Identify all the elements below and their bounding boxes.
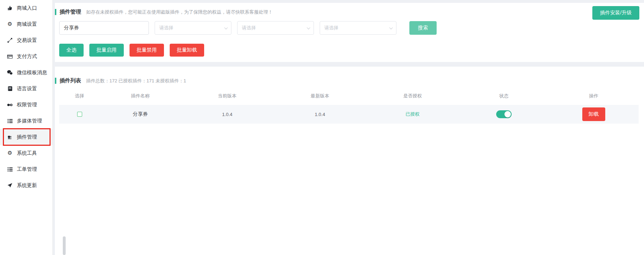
sidebar-item-payment-methods[interactable]: 支付方式 xyxy=(0,48,52,64)
chevron-down-icon xyxy=(389,26,393,29)
sidebar-item-label: 微信模板消息 xyxy=(17,69,47,76)
list-icon xyxy=(7,119,13,124)
plugin-list-panel: 插件列表 插件总数：172 已授权插件：171 未授权插件：1 选择 插件名称 … xyxy=(55,67,644,255)
select-placeholder: 请选择 xyxy=(159,25,173,31)
paper-plane-icon xyxy=(7,183,13,188)
section-divider xyxy=(55,62,644,67)
sidebar-item-label: 交易设置 xyxy=(17,37,37,44)
sidebar: 商城入口 ⚙ 商城设置 交易设置 支付方式 微信模板消息 xyxy=(0,0,53,255)
column-header-authorized: 是否授权 xyxy=(366,93,459,99)
filter-row: 请选择 请选择 请选择 搜索 xyxy=(59,21,644,35)
column-header-latest-version: 最新版本 xyxy=(274,93,366,99)
chevron-down-icon xyxy=(224,26,228,29)
thumbs-up-icon xyxy=(7,6,13,11)
sidebar-item-mall-entry[interactable]: 商城入口 xyxy=(0,0,52,16)
sidebar-item-plugin-manage[interactable]: 插件管理 xyxy=(0,129,52,145)
gear-icon: ⚙ xyxy=(7,22,13,27)
sidebar-item-label: 工单管理 xyxy=(17,166,37,173)
chevron-down-icon xyxy=(307,26,310,29)
uninstall-button[interactable]: 卸载 xyxy=(582,107,605,121)
toggle-knob xyxy=(504,111,511,117)
current-version: 1.0.4 xyxy=(181,112,273,117)
sidebar-item-language-settings[interactable]: 语言设置 xyxy=(0,81,52,97)
plugin-name: 分享券 xyxy=(100,111,181,117)
plugin-manage-header: 插件管理 如存在未授权插件，您可能正在使用盗版插件，为了保障您的权益，请尽快联系… xyxy=(55,3,644,15)
book-icon xyxy=(7,86,13,91)
bulk-enable-button[interactable]: 批量启用 xyxy=(89,44,124,57)
filter-select-2[interactable]: 请选择 xyxy=(237,21,314,35)
plugin-keyword-input[interactable] xyxy=(59,21,149,35)
plugin-table: 选择 插件名称 当前版本 最新版本 是否授权 状态 操作 分享券 1.0.4 1… xyxy=(59,87,639,124)
sidebar-item-label: 语言设置 xyxy=(17,86,37,92)
search-button[interactable]: 搜索 xyxy=(409,21,437,35)
sidebar-item-label: 支付方式 xyxy=(17,53,37,60)
accent-bar xyxy=(55,9,56,15)
sidebar-item-label: 商城入口 xyxy=(17,5,37,11)
unauthorized-warning-text: 如存在未授权插件，您可能正在使用盗版插件，为了保障您的权益，请尽快联系客服处理！ xyxy=(86,9,273,15)
filter-select-1[interactable]: 请选择 xyxy=(155,21,231,35)
select-all-button[interactable]: 全选 xyxy=(59,44,84,57)
sidebar-item-mall-settings[interactable]: ⚙ 商城设置 xyxy=(0,16,52,32)
list-icon xyxy=(7,167,13,172)
wechat-icon xyxy=(7,70,13,75)
page-title: 插件管理 xyxy=(60,9,81,15)
sidebar-item-label: 商城设置 xyxy=(17,21,37,28)
sidebar-item-system-tools[interactable]: ⚙ 系统工具 xyxy=(0,145,52,161)
scrollbar-thumb[interactable] xyxy=(63,236,66,255)
sidebar-item-label: 多媒体管理 xyxy=(17,118,42,124)
sidebar-item-label: 权限管理 xyxy=(17,102,37,108)
column-header-status: 状态 xyxy=(459,93,549,99)
select-placeholder: 请选择 xyxy=(324,25,338,31)
authorized-badge: 已授权 xyxy=(366,111,459,117)
sidebar-item-media-manage[interactable]: 多媒体管理 xyxy=(0,113,52,129)
filter-select-3[interactable]: 请选择 xyxy=(320,21,396,35)
plugin-list-title: 插件列表 xyxy=(60,77,81,84)
accent-bar xyxy=(55,78,56,84)
row-checkbox[interactable] xyxy=(77,112,82,117)
column-header-name: 插件名称 xyxy=(100,93,181,99)
sidebar-item-permission-manage[interactable]: 权限管理 xyxy=(0,97,52,113)
bulk-uninstall-button[interactable]: 批量卸载 xyxy=(170,44,204,57)
sidebar-item-system-update[interactable]: 系统更新 xyxy=(0,177,52,193)
gear-icon: ⚙ xyxy=(7,151,13,156)
bulk-action-row: 全选 批量启用 批量禁用 批量卸载 xyxy=(59,44,644,57)
status-toggle[interactable] xyxy=(496,110,512,118)
plugin-install-upgrade-button[interactable]: 插件安装/升级 xyxy=(592,6,639,20)
sidebar-item-work-order[interactable]: 工单管理 xyxy=(0,161,52,177)
sidebar-item-wechat-template[interactable]: 微信模板消息 xyxy=(0,64,52,81)
sidebar-item-trade-settings[interactable]: 交易设置 xyxy=(0,32,52,48)
plugin-icon xyxy=(7,135,13,140)
bulk-disable-button[interactable]: 批量禁用 xyxy=(130,44,164,57)
select-placeholder: 请选择 xyxy=(242,25,256,31)
credit-card-icon xyxy=(7,54,13,59)
sidebar-item-label: 插件管理 xyxy=(17,134,37,140)
plugin-manage-panel: 插件管理 如存在未授权插件，您可能正在使用盗版插件，为了保障您的权益，请尽快联系… xyxy=(55,3,644,62)
exchange-arrows-icon xyxy=(7,38,13,43)
permission-glasses-icon xyxy=(7,102,13,107)
column-header-current-version: 当前版本 xyxy=(181,93,273,99)
sidebar-item-label: 系统更新 xyxy=(17,182,37,189)
table-header-row: 选择 插件名称 当前版本 最新版本 是否授权 状态 操作 xyxy=(59,87,639,105)
latest-version: 1.0.4 xyxy=(274,112,366,117)
app-window: 商城入口 ⚙ 商城设置 交易设置 支付方式 微信模板消息 xyxy=(0,0,644,255)
sidebar-item-label: 系统工具 xyxy=(17,150,37,157)
table-row: 分享券 1.0.4 1.0.4 已授权 卸载 xyxy=(59,105,639,124)
main-content: 插件管理 如存在未授权插件，您可能正在使用盗版插件，为了保障您的权益，请尽快联系… xyxy=(53,0,644,255)
plugin-list-header: 插件列表 插件总数：172 已授权插件：171 未授权插件：1 xyxy=(55,67,644,84)
column-header-select: 选择 xyxy=(59,93,100,99)
plugin-count-summary: 插件总数：172 已授权插件：171 未授权插件：1 xyxy=(86,78,186,84)
column-header-action: 操作 xyxy=(549,93,639,99)
